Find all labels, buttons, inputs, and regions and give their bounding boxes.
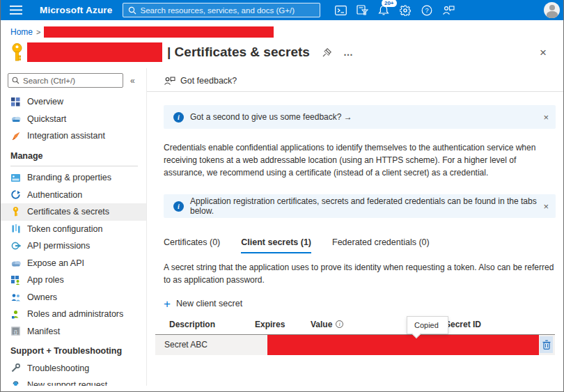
topbar-icon-group: 20+ ? xyxy=(330,0,460,20)
feedback-banner-text[interactable]: Got a second to give us some feedback? → xyxy=(190,112,352,122)
sidebar-item-quickstart[interactable]: Quickstart xyxy=(1,111,146,128)
sidebar-section-support: Support + Troubleshooting xyxy=(1,343,146,360)
sidebar-section-manage: Manage xyxy=(1,148,146,165)
redacted-app-name xyxy=(44,26,274,38)
sidebar-item-api-permissions[interactable]: API permissions xyxy=(1,237,146,255)
search-icon xyxy=(128,6,136,15)
more-options-icon[interactable]: … xyxy=(343,47,354,58)
tab-client-secrets[interactable]: Client secrets (1) xyxy=(241,237,311,253)
sidebar-item-troubleshooting[interactable]: Troubleshooting xyxy=(1,360,146,377)
pin-icon[interactable] xyxy=(322,47,332,58)
overview-grid-icon xyxy=(10,97,21,107)
close-blade-icon[interactable]: × xyxy=(540,47,547,58)
quickstart-cloud-icon xyxy=(10,113,21,124)
wrench-icon xyxy=(10,363,21,373)
app-roles-icon xyxy=(10,275,21,285)
global-search-input[interactable] xyxy=(141,6,315,15)
redacted-secret-values xyxy=(267,335,539,355)
sidebar-item-label: App roles xyxy=(27,275,64,285)
svg-text:{}: {} xyxy=(14,329,18,335)
content-pane: Got feedback? i Got a second to give us … xyxy=(147,68,563,386)
sidebar-search-box[interactable] xyxy=(8,73,123,88)
manifest-code-icon: {} xyxy=(10,326,21,336)
sidebar-item-roles-administrators[interactable]: Roles and administrators xyxy=(1,306,146,323)
breadcrumb-home-link[interactable]: Home xyxy=(10,27,33,37)
copied-tooltip: Copied xyxy=(407,316,448,334)
table-row[interactable]: Secret ABC xyxy=(155,335,555,355)
sidebar-item-label: Overview xyxy=(27,97,63,107)
sidebar-item-integration-assistant[interactable]: Integration assistant xyxy=(1,127,146,145)
new-client-secret-button[interactable]: + New client secret xyxy=(164,298,242,310)
close-icon[interactable]: × xyxy=(543,202,549,211)
tabs-info-text: Application registration certificates, s… xyxy=(190,196,543,216)
page-title-bar: | Certificates & secrets … × xyxy=(1,42,563,62)
sidebar-collapse-icon[interactable]: « xyxy=(130,76,135,86)
help-icon[interactable]: ? xyxy=(416,0,438,20)
global-search-box[interactable] xyxy=(123,3,320,17)
close-icon[interactable]: × xyxy=(543,113,549,122)
plus-icon: + xyxy=(164,298,171,310)
sidebar-item-label: Quickstart xyxy=(27,114,66,124)
feedback-icon[interactable] xyxy=(438,0,460,20)
sidebar-item-manifest[interactable]: {} Manifest xyxy=(1,323,146,340)
sidebar-item-label: Integration assistant xyxy=(27,131,105,141)
table-header-row: Description Expires Value i Secret ID xyxy=(155,320,555,335)
sidebar-item-app-roles[interactable]: App roles xyxy=(1,272,146,289)
sidebar-item-token-configuration[interactable]: Token configuration xyxy=(1,221,146,238)
sidebar-search-input[interactable] xyxy=(23,77,119,85)
page-title: | Certificates & secrets xyxy=(167,45,310,60)
sidebar-item-label: New support request xyxy=(27,380,107,386)
trash-icon xyxy=(542,340,551,350)
sidebar-item-certificates-secrets[interactable]: Certificates & secrets xyxy=(1,203,146,221)
tab-federated-credentials[interactable]: Federated credentials (0) xyxy=(332,237,430,253)
roles-admin-icon xyxy=(10,309,21,320)
sidebar-item-owners[interactable]: Owners xyxy=(1,289,146,306)
azure-portal-window: Microsoft Azure 20+ ? xyxy=(0,0,564,392)
feedback-icon xyxy=(164,76,175,86)
sidebar-item-expose-an-api[interactable]: Expose an API xyxy=(1,255,146,272)
tab-strip: Certificates (0) Client secrets (1) Fede… xyxy=(164,237,563,253)
credentials-description: Credentials enable confidential applicat… xyxy=(164,142,558,179)
top-bar: Microsoft Azure 20+ ? xyxy=(1,0,563,20)
info-icon: i xyxy=(173,112,184,123)
branding-icon xyxy=(10,173,21,183)
hamburger-menu-icon[interactable] xyxy=(1,0,31,20)
key-icon xyxy=(10,42,24,62)
sidebar-item-label: Troubleshooting xyxy=(27,363,89,373)
got-feedback-button[interactable]: Got feedback? xyxy=(164,68,563,88)
breadcrumb-separator: > xyxy=(36,28,40,36)
sidebar-nav: Overview Quickstart Integration assistan… xyxy=(1,93,146,386)
info-icon: i xyxy=(173,201,184,212)
directory-filter-icon[interactable] xyxy=(352,0,373,20)
settings-gear-icon[interactable] xyxy=(395,0,416,20)
avatar[interactable] xyxy=(544,2,560,18)
sidebar-item-label: Branding & properties xyxy=(27,173,111,182)
sidebar-item-label: Owners xyxy=(27,292,57,302)
sidebar-item-branding-properties[interactable]: Branding & properties xyxy=(1,169,146,187)
rocket-icon xyxy=(10,131,21,141)
sidebar-item-label: Roles and administrators xyxy=(27,309,123,319)
sidebar-item-label: API permissions xyxy=(27,241,90,251)
notifications-bell-icon[interactable]: 20+ xyxy=(373,0,395,20)
sidebar: « Overview Quickstart Integration assist… xyxy=(1,68,147,386)
value-info-icon[interactable]: i xyxy=(336,320,343,328)
sidebar-item-overview[interactable]: Overview xyxy=(1,93,146,111)
sidebar-item-label: Manifest xyxy=(27,327,60,336)
feedback-banner: i Got a second to give us some feedback?… xyxy=(164,105,556,129)
delete-secret-button[interactable] xyxy=(540,336,553,353)
secret-description-cell: Secret ABC xyxy=(155,340,207,350)
breadcrumb: Home > xyxy=(1,20,563,38)
sidebar-item-authentication[interactable]: Authentication xyxy=(1,187,146,204)
brand-title[interactable]: Microsoft Azure xyxy=(40,5,113,15)
key-icon xyxy=(10,207,21,217)
cloud-shell-icon[interactable] xyxy=(330,0,352,20)
header-description: Description xyxy=(155,320,255,329)
owners-people-icon xyxy=(10,292,21,302)
authentication-icon xyxy=(10,189,21,200)
svg-text:?: ? xyxy=(425,7,429,14)
sidebar-item-new-support-request[interactable]: New support request xyxy=(1,377,146,386)
sidebar-item-label: Token configuration xyxy=(27,224,102,234)
header-expires: Expires xyxy=(255,320,311,329)
sidebar-item-label: Authentication xyxy=(27,190,82,200)
tab-certificates[interactable]: Certificates (0) xyxy=(164,237,220,253)
